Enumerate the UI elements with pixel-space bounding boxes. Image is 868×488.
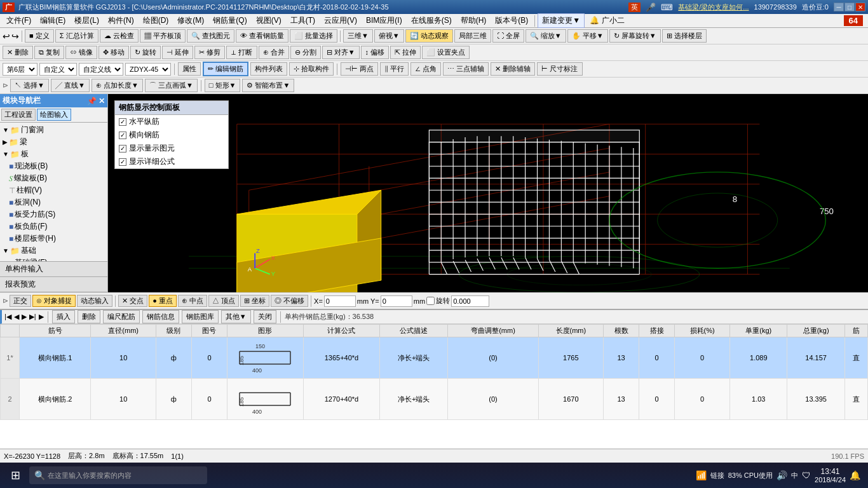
tree-item-slab-neg-rebar[interactable]: ■板负筋(F) xyxy=(1,220,106,233)
report-preview-btn[interactable]: 报表预览 xyxy=(0,277,107,292)
trim-btn[interactable]: ✂ 修剪 xyxy=(194,46,225,59)
rebar-info-btn[interactable]: 钢筋信息 xyxy=(142,310,179,323)
define-btn[interactable]: ■ 定义 xyxy=(25,29,54,43)
tree-item-column-cap[interactable]: ⊤柱帽(V) xyxy=(1,184,106,196)
copy-btn[interactable]: ⧉ 复制 xyxy=(34,46,64,59)
sound-icon[interactable]: 🔊 xyxy=(776,470,787,480)
arc-btn[interactable]: ⌒ 三点画弧▼ xyxy=(145,79,198,92)
draw-input-btn[interactable]: 绘图输入 xyxy=(37,109,71,121)
panel-item-show-formula[interactable]: ✓ 显示详细公式 xyxy=(115,155,228,168)
floor-select[interactable]: 第6层 xyxy=(3,63,37,76)
canvas-area[interactable]: 钢筋显示控制面板 ✓ 水平纵筋 ✓ 横向钢筋 ✓ 显示量示图元 ✓ 显示详细公式 xyxy=(108,94,868,292)
stretch-btn[interactable]: ⇱ 拉伸 xyxy=(390,46,421,59)
offset-btn[interactable]: ↕ 偏移 xyxy=(361,46,390,59)
notification-icon[interactable]: 🔔 xyxy=(850,470,860,480)
dynamic-input-btn[interactable]: 动态输入 xyxy=(77,295,112,307)
menu-rebar[interactable]: 钢筋量(Q) xyxy=(209,14,250,27)
maximize-btn[interactable]: □ xyxy=(844,3,855,11)
smart-place-btn[interactable]: ⚙ 智能布置▼ xyxy=(242,79,294,92)
line-btn[interactable]: ╱ 直线▼ xyxy=(51,79,90,92)
delete-btn[interactable]: ✕ 删除 xyxy=(3,46,33,59)
menu-help[interactable]: 帮助(H) xyxy=(457,14,491,27)
tree-item-slab-hole[interactable]: ■板洞(N) xyxy=(1,196,106,208)
menu-tools[interactable]: 工具(T) xyxy=(287,14,319,27)
pan-btn[interactable]: ✋ 平移▼ xyxy=(567,29,608,43)
parallel-btn[interactable]: ∥ 平行 xyxy=(380,62,409,76)
midpoint-btn[interactable]: ● 重点 xyxy=(149,295,177,307)
nav-extra-btn[interactable]: ▶ xyxy=(39,313,44,321)
table-row[interactable]: 2 横向钢筋.2 10 ф 0 185 400 xyxy=(1,379,868,420)
intersection-btn[interactable]: ✕ 交点 xyxy=(118,295,147,307)
move-btn[interactable]: ✥ 移动 xyxy=(98,46,129,59)
rotate-btn[interactable]: ↻ 旋转 xyxy=(130,46,161,59)
tree-item-found-beam[interactable]: ■基础梁(F) xyxy=(1,257,106,261)
panel-item-transverse[interactable]: ✓ 横向钢筋 xyxy=(115,128,228,142)
batch-select-btn[interactable]: ⬜ 批量选择 xyxy=(290,29,337,43)
menu-file[interactable]: 文件(F) xyxy=(3,14,35,27)
nav-prev-btn[interactable]: ◀ xyxy=(14,313,19,321)
rebar-lib-btn[interactable]: 钢筋图库 xyxy=(182,310,219,323)
zoom-btn[interactable]: 🔍 缩放▼ xyxy=(526,29,566,43)
edit-dim-btn[interactable]: 编尺配筋 xyxy=(103,310,140,323)
panel-item-horizontal[interactable]: ✓ 水平纵筋 xyxy=(115,115,228,128)
break-btn[interactable]: ⊥ 打断 xyxy=(226,46,257,59)
menu-edit[interactable]: 编辑(E) xyxy=(36,14,69,27)
view-rebar-btn[interactable]: 👁 查看钢筋量 xyxy=(236,29,288,43)
merge-btn[interactable]: ⊕ 合并 xyxy=(259,46,289,59)
menu-service[interactable]: 在线服务(S) xyxy=(407,14,456,27)
delete-row-btn[interactable]: 删除 xyxy=(78,310,100,323)
custom-select[interactable]: 自定义 xyxy=(39,63,77,76)
nav-first-btn[interactable]: |◀ xyxy=(4,313,11,321)
single-component-btn[interactable]: 单构件输入 xyxy=(0,262,107,277)
clock[interactable]: 13:41 2018/4/24 xyxy=(815,467,846,484)
linecode-select[interactable]: ZDYX-45 xyxy=(125,63,171,76)
dynamic-view-btn[interactable]: 🔄 动态观察 xyxy=(405,29,453,43)
set-grip-btn[interactable]: ⬜ 设置夹点 xyxy=(422,46,470,59)
network-icon[interactable]: 📶 xyxy=(696,470,707,480)
search-bar[interactable]: 🔍 在这里输入你要搜索的内容 xyxy=(29,466,207,484)
property-btn[interactable]: 属性 xyxy=(178,62,201,76)
obj-snap-btn[interactable]: ⊙ 对象捕捉 xyxy=(32,295,76,307)
three-point-aux-btn[interactable]: ⋯ 三点辅轴 xyxy=(443,62,489,76)
two-points-btn[interactable]: ⊣⊢ 两点 xyxy=(341,62,378,76)
no-offset-btn[interactable]: ◎ 不偏移 xyxy=(271,295,308,307)
component-list-btn[interactable]: 构件列表 xyxy=(250,62,287,76)
select-draw-btn[interactable]: ↖ 选择▼ xyxy=(10,79,49,92)
insert-row-btn[interactable]: 插入 xyxy=(52,310,75,323)
transverse-rebar-checkbox[interactable]: ✓ xyxy=(119,132,126,139)
table-row[interactable]: 1* 横向钢筋.1 10 ф 0 150 185 xyxy=(1,337,868,379)
rect-btn[interactable]: □ 矩形▼ xyxy=(205,79,241,92)
align-btn[interactable]: ⊟ 对齐▼ xyxy=(322,46,360,59)
nav-last-btn[interactable]: ▶| xyxy=(29,313,36,321)
redo-icon[interactable]: ↪ xyxy=(11,31,19,41)
horizontal-rebar-checkbox[interactable]: ✓ xyxy=(119,118,126,126)
close-table-btn[interactable]: 关闭 xyxy=(254,310,276,323)
minimize-btn[interactable]: ─ xyxy=(834,3,844,11)
split-btn[interactable]: ⊖ 分割 xyxy=(290,46,321,59)
mic-icon[interactable]: 🎤 xyxy=(646,3,656,12)
nav-pin-icon[interactable]: 📌 ✕ xyxy=(87,97,105,105)
version-notice[interactable]: 基础梁/梁的支座如何... xyxy=(678,3,749,12)
rotate-input[interactable] xyxy=(451,295,489,307)
nav-next-btn[interactable]: ▶ xyxy=(22,313,27,321)
close-btn[interactable]: ✕ xyxy=(855,3,865,11)
menu-modify[interactable]: 修改(M) xyxy=(173,14,208,27)
menu-bim[interactable]: BIM应用(I) xyxy=(362,14,406,27)
keyboard-icon[interactable]: ⌨ xyxy=(661,3,673,12)
edit-rebar-btn[interactable]: ✏ 编辑钢筋 xyxy=(203,62,248,76)
menu-new-change[interactable]: 新建变更▼ xyxy=(538,13,585,28)
top-view-btn[interactable]: 俯视▼ xyxy=(374,29,404,43)
ime-indicator[interactable]: 中 xyxy=(791,471,798,480)
select-floor-btn[interactable]: ⊞ 选择楼层 xyxy=(662,29,707,43)
undo-icon[interactable]: ↩ xyxy=(3,31,10,41)
extend-btn[interactable]: ⊣ 延伸 xyxy=(162,46,193,59)
screen-rotate-btn[interactable]: ↻ 屏幕旋转▼ xyxy=(609,29,661,43)
dimension-btn[interactable]: ⊢ 尺寸标注 xyxy=(537,62,582,76)
menu-view[interactable]: 视图(V) xyxy=(252,14,285,27)
linetype-select[interactable]: 自定义线 xyxy=(79,63,123,76)
x-input[interactable] xyxy=(324,295,356,307)
mirror-btn[interactable]: ⇔ 镜像 xyxy=(65,46,97,59)
tree-item-slab-rebar[interactable]: ■板受力筋(S) xyxy=(1,208,106,220)
find-element-btn[interactable]: 🔍 查找图元 xyxy=(187,29,234,43)
show-drawing-checkbox[interactable]: ✓ xyxy=(119,145,126,152)
